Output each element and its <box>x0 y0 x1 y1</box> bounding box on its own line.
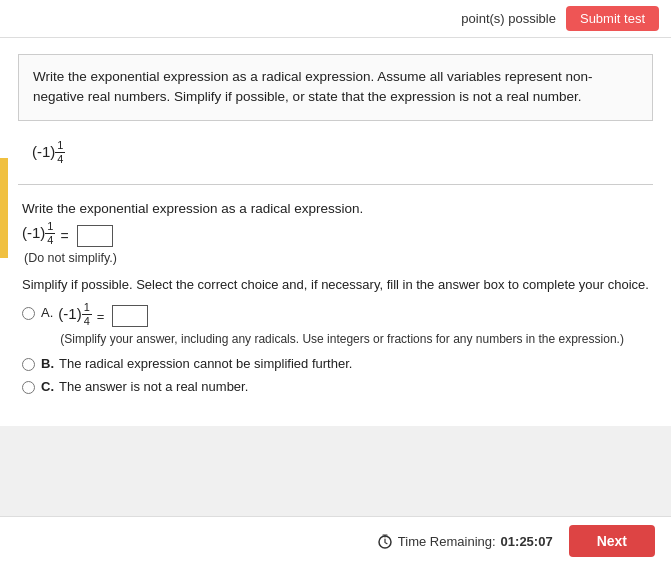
instruction-text-2: Write the exponential expression as a ra… <box>22 201 649 216</box>
timer-value: 01:25:07 <box>501 534 553 549</box>
next-button[interactable]: Next <box>569 525 655 557</box>
bottom-bar: Time Remaining: 01:25:07 Next <box>0 516 671 565</box>
choice-a-content: (-1) 1 4 = (Simplify your answer, includ… <box>58 305 624 348</box>
choice-a-hint: (Simplify your answer, including any rad… <box>60 331 624 348</box>
base-value-1: (-1) <box>32 143 55 160</box>
base-value-3: (-1) <box>58 305 81 322</box>
instruction-text-1: Write the exponential expression as a ra… <box>33 69 593 104</box>
choice-a-label: A. <box>41 305 53 320</box>
choice-b-label: B. <box>41 356 54 371</box>
math-expression-1: (-1) 1 4 <box>32 143 66 166</box>
answer-row-1: (-1) 1 4 = <box>22 224 649 247</box>
instruction-box-1: Write the exponential expression as a ra… <box>18 54 653 121</box>
choice-b-text: The radical expression cannot be simplif… <box>59 356 352 371</box>
exponent-2: 1 4 <box>45 220 56 247</box>
numerator-2: 1 <box>45 220 55 234</box>
main-content: Write the exponential expression as a ra… <box>0 38 671 426</box>
fraction-2: 1 4 <box>45 220 55 247</box>
choice-b-radio[interactable] <box>22 358 35 371</box>
denominator-1: 4 <box>55 153 65 166</box>
fraction-3: 1 4 <box>82 301 92 328</box>
simplify-instruction: Simplify if possible. Select the correct… <box>22 275 649 295</box>
choices-section: A. (-1) 1 4 = <box>22 305 649 394</box>
choice-b: B. The radical expression cannot be simp… <box>22 356 649 371</box>
answer-input-box-a[interactable] <box>112 305 148 327</box>
expression-display-1: (-1) 1 4 <box>18 133 653 176</box>
choice-a: A. (-1) 1 4 = <box>22 305 649 348</box>
equals-sign-a: = <box>97 309 105 324</box>
divider-1 <box>18 184 653 185</box>
choice-c: C. The answer is not a real number. <box>22 379 649 394</box>
top-bar: point(s) possible Submit test <box>0 0 671 38</box>
exponent-1: 1 4 <box>55 139 66 166</box>
choice-a-radio[interactable] <box>22 307 35 320</box>
math-expression-2: (-1) 1 4 <box>22 224 56 247</box>
exponent-3: 1 4 <box>82 301 93 328</box>
fraction-1: 1 4 <box>55 139 65 166</box>
instruction-section-2: Write the exponential expression as a ra… <box>18 193 653 410</box>
do-not-simplify-label: (Do not simplify.) <box>24 251 649 265</box>
numerator-1: 1 <box>55 139 65 153</box>
points-text: point(s) possible <box>461 11 556 26</box>
yellow-accent-bar <box>0 158 8 258</box>
timer-label: Time Remaining: <box>398 534 496 549</box>
choice-c-radio[interactable] <box>22 381 35 394</box>
denominator-3: 4 <box>82 315 92 328</box>
numerator-3: 1 <box>82 301 92 315</box>
timer-icon <box>377 533 393 549</box>
base-value-2: (-1) <box>22 224 45 241</box>
timer-section: Time Remaining: 01:25:07 <box>377 533 553 549</box>
equals-sign: = <box>60 228 68 244</box>
submit-button[interactable]: Submit test <box>566 6 659 31</box>
choice-a-expression: (-1) 1 4 = <box>58 305 624 328</box>
answer-input-box-1[interactable] <box>77 225 113 247</box>
denominator-2: 4 <box>45 234 55 247</box>
math-expression-3: (-1) 1 4 <box>58 305 92 328</box>
choice-c-label: C. <box>41 379 54 394</box>
choice-c-text: The answer is not a real number. <box>59 379 248 394</box>
